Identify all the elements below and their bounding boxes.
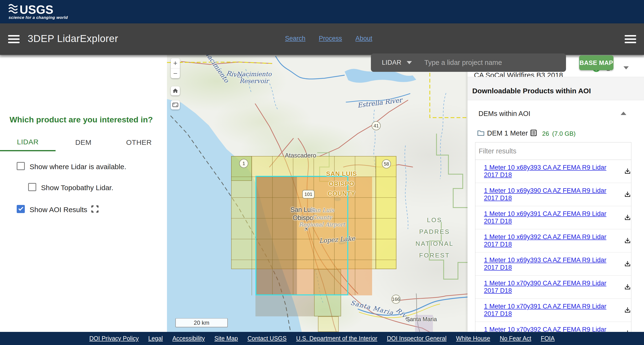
download-list: 1 Meter 10 x68y393 CA AZ FEMA R9 Lidar 2… bbox=[475, 142, 631, 345]
footer-link-white-house[interactable]: White House bbox=[456, 335, 490, 342]
footer-link-foia[interactable]: FOIA bbox=[541, 335, 554, 342]
zoom-out-button[interactable]: − bbox=[171, 68, 180, 78]
map-label-nacimiento-reservoir: Nacimiento Reservoir bbox=[236, 70, 272, 84]
zoom-control: + − bbox=[171, 58, 180, 78]
tab-lidar[interactable]: LIDAR bbox=[0, 134, 56, 151]
filter-input[interactable] bbox=[475, 147, 631, 155]
download-row: 1 Meter 10 x69y390 CA AZ FEMA R9 Lidar 2… bbox=[475, 183, 631, 206]
usgs-logo-text: USGS bbox=[20, 3, 54, 16]
dems-collapse-icon[interactable] bbox=[621, 112, 626, 115]
product-name: DEM 1 Meter bbox=[487, 129, 528, 137]
basemap-button[interactable]: BASE MAP bbox=[579, 55, 614, 70]
results-panel: CA SoCal Wildfires B3 2018 Downloadable … bbox=[468, 55, 644, 332]
checkbox-topobathy-label: Show Topobathy Lidar. bbox=[41, 184, 113, 192]
default-extent-button[interactable] bbox=[171, 100, 180, 110]
app-title: 3DEP LidarExplorer bbox=[28, 33, 118, 44]
map-scale-label: 20 km bbox=[194, 320, 209, 326]
header-nav: Search Process About bbox=[285, 35, 372, 42]
expand-aoi-icon[interactable] bbox=[91, 205, 99, 213]
footer-link-interior[interactable]: U.S. Department of the Interior bbox=[296, 335, 377, 342]
download-link[interactable]: 1 Meter 10 x68y393 CA AZ FEMA R9 Lidar 2… bbox=[484, 164, 620, 179]
download-icon[interactable] bbox=[624, 214, 631, 221]
project-search-box: LIDAR bbox=[371, 54, 566, 72]
chevron-down-icon bbox=[407, 61, 412, 64]
extent-icon bbox=[172, 102, 179, 108]
route-shield-58: 58 bbox=[382, 160, 391, 168]
footer-link-no-fear-act[interactable]: No Fear Act bbox=[500, 335, 531, 342]
route-shield-1: 1 bbox=[239, 159, 248, 168]
download-row: 1 Meter 10 x70y391 CA AZ FEMA R9 Lidar 2… bbox=[475, 299, 631, 322]
tile-list-icon[interactable] bbox=[530, 129, 537, 136]
home-icon bbox=[172, 87, 179, 94]
map-label-los-padres: LOS PADRES NATIONAL FOREST bbox=[416, 214, 454, 262]
footer-link-accessibility[interactable]: Accessibility bbox=[172, 335, 205, 342]
filter-row bbox=[475, 142, 631, 160]
footer-link-contact-usgs[interactable]: Contact USGS bbox=[248, 335, 287, 342]
usgs-logo-graphic: USGS bbox=[8, 3, 54, 16]
tile-count: 26 bbox=[542, 130, 549, 138]
search-category-select[interactable]: LIDAR bbox=[371, 59, 412, 66]
nav-link-about[interactable]: About bbox=[356, 35, 372, 42]
nav-link-process[interactable]: Process bbox=[319, 35, 342, 42]
app-window: USGS science for a changing world 3DEP L… bbox=[0, 0, 644, 345]
zoom-in-button[interactable]: + bbox=[171, 58, 180, 68]
tab-dem[interactable]: DEM bbox=[56, 134, 111, 151]
download-icon[interactable] bbox=[624, 260, 631, 268]
usgs-logo: USGS bbox=[8, 3, 54, 17]
download-link[interactable]: 1 Meter 10 x70y391 CA AZ FEMA R9 Lidar 2… bbox=[484, 303, 620, 318]
menu-icon[interactable] bbox=[8, 35, 20, 44]
download-link[interactable]: 1 Meter 10 x69y390 CA AZ FEMA R9 Lidar 2… bbox=[484, 187, 620, 202]
map-label-atascadero: Atascadero bbox=[285, 152, 316, 159]
download-row: 1 Meter 10 x70y390 CA AZ FEMA R9 Lidar 2… bbox=[475, 276, 631, 299]
download-link[interactable]: 1 Meter 10 x69y392 CA AZ FEMA R9 Lidar 2… bbox=[484, 233, 620, 248]
overflow-menu-icon[interactable] bbox=[625, 35, 636, 44]
footer-link-inspector-general[interactable]: DOI Inspector General bbox=[387, 335, 446, 342]
checkbox-aoi-results-label: Show AOI Results bbox=[30, 206, 87, 214]
product-tabs: LIDAR DEM OTHER bbox=[0, 134, 167, 151]
footer-link-site-map[interactable]: Site Map bbox=[214, 335, 238, 342]
footer-link-legal[interactable]: Legal bbox=[148, 335, 163, 342]
project-collapse-icon[interactable] bbox=[624, 66, 629, 70]
app-toolbar: 3DEP LidarExplorer Search Process About … bbox=[0, 24, 644, 55]
checkbox-lidar-available-label: Show where Lidar is available. bbox=[30, 163, 126, 171]
home-extent-button[interactable] bbox=[171, 86, 180, 96]
product-panel-heading: Which product are you interested in? bbox=[10, 115, 153, 124]
nav-link-search[interactable]: Search bbox=[285, 35, 306, 42]
checkbox-topobathy[interactable] bbox=[28, 183, 36, 191]
checkbox-aoi-results[interactable] bbox=[17, 205, 25, 213]
map-canvas[interactable]: Nacimiento River Nacimiento Reservoir Es… bbox=[167, 55, 468, 332]
footer-bar: DOI Privacy Policy Legal Accessibility S… bbox=[0, 332, 644, 345]
download-icon[interactable] bbox=[624, 191, 631, 198]
download-icon[interactable] bbox=[624, 284, 631, 290]
folder-icon bbox=[477, 129, 485, 136]
project-search-input[interactable] bbox=[412, 59, 566, 66]
search-category-value: LIDAR bbox=[382, 59, 402, 66]
usgs-header-bar: USGS science for a changing world bbox=[0, 0, 644, 24]
download-icon[interactable] bbox=[624, 168, 631, 175]
usgs-tagline: science for a changing world bbox=[8, 15, 68, 20]
checkbox-lidar-available[interactable] bbox=[17, 162, 25, 170]
download-icon[interactable] bbox=[624, 306, 631, 314]
footer-link-doi-privacy[interactable]: DOI Privacy Policy bbox=[90, 335, 139, 342]
dems-group-heading: DEMs within AOI bbox=[478, 110, 530, 118]
download-link[interactable]: 1 Meter 10 x69y391 CA AZ FEMA R9 Lidar 2… bbox=[484, 210, 620, 225]
download-row: 1 Meter 10 x69y393 CA AZ FEMA R9 Lidar 2… bbox=[475, 252, 631, 276]
route-shield-166: 166 bbox=[392, 295, 400, 304]
tab-other[interactable]: OTHER bbox=[111, 134, 167, 151]
map-scalebar: 20 km bbox=[175, 318, 228, 327]
route-shield-41: 41 bbox=[372, 121, 381, 130]
download-size: (7.0 GB) bbox=[552, 130, 576, 138]
section-heading: Downloadable Products within AOI bbox=[472, 87, 591, 95]
download-row: 1 Meter 10 x69y391 CA AZ FEMA R9 Lidar 2… bbox=[475, 206, 631, 229]
download-icon[interactable] bbox=[624, 237, 631, 244]
map-label-county: SAN LUIS OBISPO COUNTY bbox=[326, 169, 357, 199]
map-label-santa-maria: Santa Maria bbox=[406, 316, 437, 322]
download-link[interactable]: 1 Meter 10 x69y393 CA AZ FEMA R9 Lidar 2… bbox=[484, 256, 620, 271]
product-panel: Which product are you interested in? LID… bbox=[0, 55, 167, 332]
download-link[interactable]: 1 Meter 10 x70y390 CA AZ FEMA R9 Lidar 2… bbox=[484, 280, 620, 294]
download-row: 1 Meter 10 x68y393 CA AZ FEMA R9 Lidar 2… bbox=[475, 160, 631, 183]
download-row: 1 Meter 10 x69y392 CA AZ FEMA R9 Lidar 2… bbox=[475, 229, 631, 252]
route-shield-101: 101 bbox=[302, 190, 314, 198]
